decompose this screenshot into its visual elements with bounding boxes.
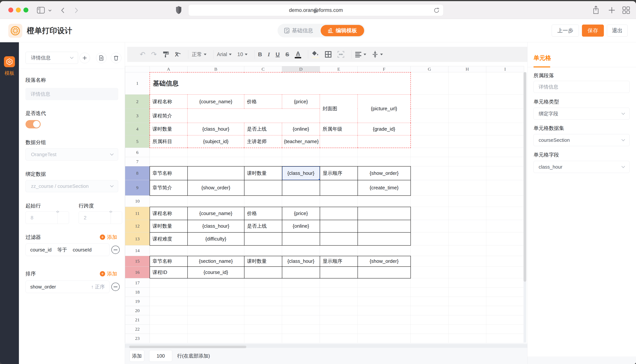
cell[interactable] xyxy=(244,196,282,207)
font-size-dropdown[interactable]: 10 xyxy=(237,52,248,58)
tab-edit-template[interactable]: 编辑模板 xyxy=(321,25,364,36)
cell[interactable] xyxy=(358,324,411,334)
horizontal-scrollbar-thumb[interactable] xyxy=(129,346,246,348)
row-header-6[interactable]: 6 xyxy=(125,148,150,157)
col-header-i[interactable]: I xyxy=(486,66,524,72)
col-header-h[interactable]: H xyxy=(449,66,486,72)
cell[interactable] xyxy=(411,180,449,196)
cell-d9[interactable] xyxy=(282,180,320,196)
cell[interactable] xyxy=(411,306,449,315)
cell-e15[interactable]: 显示顺序 xyxy=(320,256,358,266)
col-header-a[interactable]: A xyxy=(150,66,187,72)
cell-c11[interactable]: 价格 xyxy=(244,207,282,220)
cell[interactable] xyxy=(320,196,358,207)
horizontal-scrollbar[interactable] xyxy=(125,344,527,348)
row-header-7[interactable]: 7 xyxy=(125,157,150,166)
iterate-toggle[interactable] xyxy=(26,120,41,128)
copy-section-button[interactable] xyxy=(96,53,107,63)
cell[interactable] xyxy=(486,109,524,123)
horizontal-align-icon[interactable] xyxy=(355,51,366,58)
cell[interactable] xyxy=(244,148,282,157)
cell[interactable] xyxy=(449,297,486,306)
cell-d2[interactable]: {price} xyxy=(282,94,320,109)
row-header-19[interactable]: 19 xyxy=(125,297,150,306)
cell[interactable] xyxy=(486,94,524,109)
cell[interactable] xyxy=(187,306,244,315)
cell[interactable] xyxy=(449,109,486,123)
cell[interactable] xyxy=(449,288,486,297)
row-header-15[interactable]: 15 xyxy=(125,256,150,266)
col-header-e[interactable]: E xyxy=(320,66,358,72)
cell-c2[interactable]: 价格 xyxy=(244,94,282,109)
cell[interactable] xyxy=(486,232,524,246)
cell[interactable] xyxy=(150,315,187,324)
row-header-4[interactable]: 4 xyxy=(125,123,150,135)
section-select[interactable]: 详情信息 xyxy=(26,52,78,64)
cell-d4[interactable]: {online} xyxy=(282,123,320,135)
col-header-g[interactable]: G xyxy=(411,66,449,72)
cell[interactable] xyxy=(320,148,358,157)
row-header-22[interactable]: 22 xyxy=(125,324,150,334)
cell[interactable] xyxy=(282,324,320,334)
cell[interactable] xyxy=(411,220,449,232)
cell[interactable] xyxy=(486,324,524,334)
cell[interactable] xyxy=(411,166,449,180)
cell[interactable] xyxy=(486,246,524,256)
cell[interactable] xyxy=(411,109,449,123)
cell-e9[interactable] xyxy=(320,180,358,196)
cell-a9[interactable]: 章节简介 xyxy=(150,180,187,196)
cell[interactable] xyxy=(449,306,486,315)
cell[interactable] xyxy=(187,315,244,324)
row-header-11[interactable]: 11 xyxy=(125,207,150,220)
cell[interactable] xyxy=(486,220,524,232)
cell[interactable] xyxy=(486,123,524,135)
cell[interactable] xyxy=(486,148,524,157)
cell[interactable] xyxy=(358,297,411,306)
add-rows-count-input[interactable]: 100 xyxy=(149,350,172,362)
cell[interactable] xyxy=(486,180,524,196)
cell[interactable] xyxy=(358,315,411,324)
cell[interactable] xyxy=(411,72,449,94)
cell[interactable] xyxy=(358,288,411,297)
col-header-c[interactable]: C xyxy=(244,66,282,72)
cell-e16[interactable] xyxy=(320,266,358,278)
cell-b15[interactable]: {section_name} xyxy=(187,256,244,266)
cell-a5[interactable]: 所属科目 xyxy=(150,135,187,148)
row-header-16[interactable]: 16 xyxy=(125,266,150,278)
cell[interactable] xyxy=(486,306,524,315)
cell[interactable] xyxy=(449,94,486,109)
cell[interactable] xyxy=(320,297,358,306)
cell-b13[interactable]: {difficulty} xyxy=(187,232,244,246)
cell[interactable] xyxy=(187,246,244,256)
cell[interactable] xyxy=(411,288,449,297)
cell-a16[interactable]: 课程ID xyxy=(150,266,187,278)
cell-c15[interactable]: 课时数量 xyxy=(244,256,282,266)
cell[interactable] xyxy=(150,148,187,157)
stepper-buttons[interactable] xyxy=(58,212,69,224)
row-header-13[interactable]: 13 xyxy=(125,232,150,246)
cell-f12[interactable] xyxy=(358,220,411,232)
cell-b16[interactable]: {course_id} xyxy=(187,266,244,278)
cell[interactable] xyxy=(486,297,524,306)
vertical-scrollbar-thumb[interactable] xyxy=(524,72,526,282)
cell[interactable] xyxy=(449,324,486,334)
cell-b9[interactable]: {show_order} xyxy=(187,180,244,196)
col-header-d[interactable]: D xyxy=(282,66,320,72)
cell[interactable] xyxy=(358,278,411,288)
cell[interactable] xyxy=(486,334,524,343)
cell[interactable] xyxy=(411,207,449,220)
cell[interactable] xyxy=(244,324,282,334)
italic-icon[interactable]: I xyxy=(268,51,270,58)
cell-b5[interactable]: {subject_id} xyxy=(187,135,244,148)
cell-f9[interactable]: {create_time} xyxy=(358,180,411,196)
prev-step-button[interactable]: 上一步 xyxy=(552,24,579,37)
cell[interactable] xyxy=(411,324,449,334)
cell[interactable] xyxy=(449,232,486,246)
cell-e2[interactable]: 封面图 xyxy=(320,94,358,123)
close-window-button[interactable] xyxy=(8,8,13,12)
cell[interactable] xyxy=(411,196,449,207)
cell[interactable] xyxy=(244,157,282,166)
cell[interactable] xyxy=(411,135,449,148)
cell[interactable] xyxy=(449,246,486,256)
refresh-icon[interactable] xyxy=(434,7,440,14)
